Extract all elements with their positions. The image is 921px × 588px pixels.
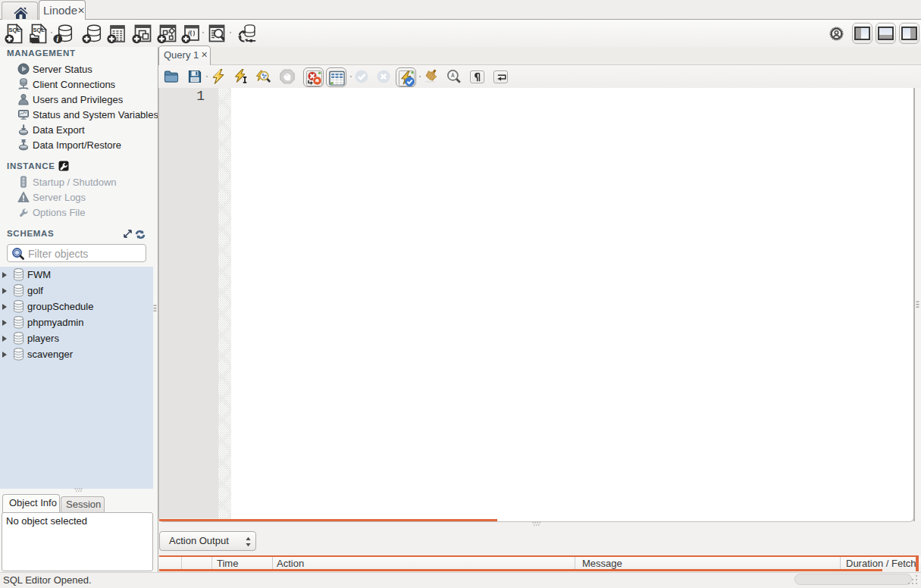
svg-text:SQL: SQL bbox=[9, 27, 21, 33]
svg-text:SQL: SQL bbox=[33, 27, 45, 33]
